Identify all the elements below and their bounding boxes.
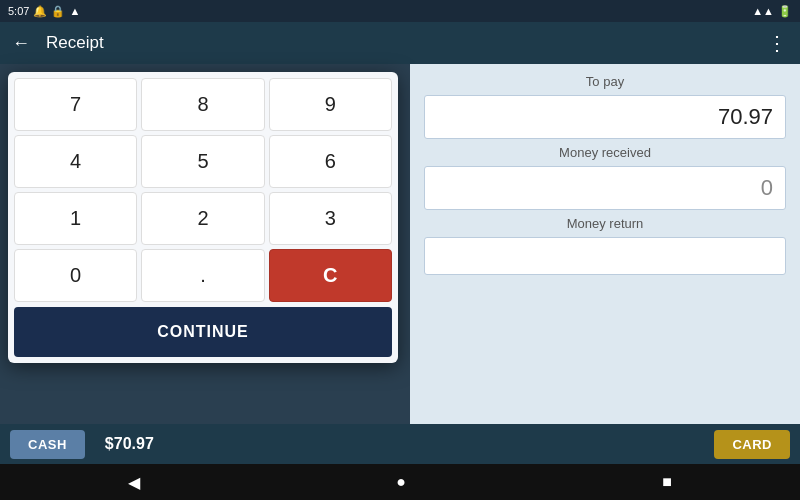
notification-icon: 🔔 [33,5,47,18]
to-pay-label: To pay [424,74,786,89]
numpad-dialog: 7 8 9 4 5 6 1 2 3 0 . C CONTINUE [8,72,398,363]
back-button[interactable]: ← [12,33,30,54]
key-4[interactable]: 4 [14,135,137,188]
status-bar: 5:07 🔔 🔒 ▲ ▲▲ 🔋 [0,0,800,22]
to-pay-value: 70.97 [424,95,786,139]
key-9[interactable]: 9 [269,78,392,131]
continue-button[interactable]: CONTINUE [14,307,392,357]
amount-display: $70.97 [95,435,164,453]
key-clear[interactable]: C [269,249,392,302]
key-7[interactable]: 7 [14,78,137,131]
signal-icon: ▲▲ [752,5,774,17]
dialog-overlay: 7 8 9 4 5 6 1 2 3 0 . C CONTINUE To pay … [0,64,800,424]
status-left: 5:07 🔔 🔒 ▲ [8,5,80,18]
money-return-value [424,237,786,275]
status-time: 5:07 [8,5,29,17]
card-button[interactable]: CARD [714,430,790,459]
money-return-label: Money return [424,216,786,231]
key-8[interactable]: 8 [141,78,264,131]
numpad-grid: 7 8 9 4 5 6 1 2 3 0 . C [14,78,392,302]
main-content: ✓ $318.00 Mon 1/30/2023 5:02 PM XGYH-2 p… [0,64,800,424]
wifi-icon: ▲ [69,5,80,17]
cash-button[interactable]: CASH [10,430,85,459]
nav-home-button[interactable]: ● [396,473,406,491]
battery-icon: 🔋 [778,5,792,18]
page-title: Receipt [46,33,767,53]
key-3[interactable]: 3 [269,192,392,245]
key-2[interactable]: 2 [141,192,264,245]
nav-bar: ◀ ● ■ [0,464,800,500]
key-6[interactable]: 6 [269,135,392,188]
money-received-label: Money received [424,145,786,160]
money-received-value: 0 [424,166,786,210]
key-0[interactable]: 0 [14,249,137,302]
key-5[interactable]: 5 [141,135,264,188]
more-button[interactable]: ⋮ [767,31,788,55]
status-right: ▲▲ 🔋 [752,5,792,18]
nav-recent-button[interactable]: ■ [662,473,672,491]
key-1[interactable]: 1 [14,192,137,245]
key-dot[interactable]: . [141,249,264,302]
payment-panel: To pay 70.97 Money received 0 Money retu… [410,64,800,424]
lock-icon: 🔒 [51,5,65,18]
top-bar: ← Receipt ⋮ [0,22,800,64]
nav-back-button[interactable]: ◀ [128,473,140,492]
bottom-buttons: CASH $70.97 CARD [0,424,800,464]
